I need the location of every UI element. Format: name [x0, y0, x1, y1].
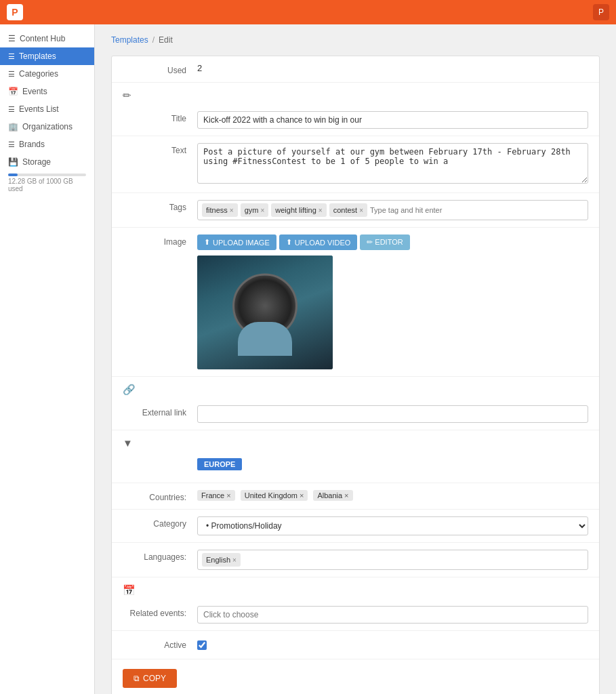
categories-icon: ☰ [8, 70, 15, 79]
form-container: Used 2 ✏ Title Text Post a picture [111, 56, 600, 694]
country-albania-remove[interactable]: × [344, 491, 348, 499]
title-input[interactable] [197, 111, 588, 129]
active-row: Active [112, 631, 599, 659]
used-value: 2 [197, 63, 588, 73]
countries-control: France × United Kingdom × Albania × [197, 490, 588, 501]
upload-video-button[interactable]: ⬆ UPLOAD VIDEO [279, 234, 358, 250]
text-input[interactable]: Post a picture of yourself at our gym be… [197, 143, 588, 184]
country-france-remove[interactable]: × [226, 491, 230, 499]
tag-contest: contest × [329, 203, 367, 217]
storage-icon: 💾 [8, 157, 18, 167]
filter-icon: ▼ [123, 437, 133, 449]
calendar-section-header: 📅 [112, 577, 599, 599]
country-uk: United Kingdom × [241, 490, 308, 501]
link-icon: 🔗 [123, 384, 136, 396]
active-checkbox[interactable] [197, 640, 207, 650]
languages-label: Languages: [123, 550, 197, 562]
category-select[interactable]: • Promotions/Holiday • Other [197, 516, 588, 535]
region-badge: EUROPE [197, 458, 242, 470]
storage-bar-background [8, 174, 86, 176]
text-row: Text Post a picture of yourself at our g… [112, 136, 599, 193]
languages-tags-container[interactable]: English × [197, 550, 588, 570]
tag-english: English × [202, 553, 241, 567]
link-section-header: 🔗 [112, 377, 599, 399]
tag-english-remove[interactable]: × [232, 556, 237, 564]
country-uk-remove[interactable]: × [300, 491, 304, 499]
sidebar-storage: 💾 Storage [0, 153, 94, 171]
used-row: Used 2 [112, 56, 599, 83]
active-control [197, 638, 588, 652]
title-control [197, 111, 588, 129]
calendar-icon: 📅 [123, 584, 136, 596]
tag-contest-remove[interactable]: × [359, 207, 363, 214]
sidebar-organizations[interactable]: 🏢 Organizations [0, 118, 94, 136]
sidebar: ☰ Content Hub ☰ Templates ☰ Categories 📅… [0, 24, 95, 694]
region-control: EUROPE [197, 458, 588, 476]
breadcrumb-separator: / [152, 35, 155, 45]
external-link-row: External link [112, 399, 599, 430]
external-link-label: External link [123, 405, 197, 417]
tag-gym: gym × [241, 203, 269, 217]
editor-button[interactable]: ✏ EDITOR [360, 234, 409, 250]
templates-icon: ☰ [8, 52, 15, 61]
tags-row: Tags fitness × gym × weight lifting [112, 193, 599, 228]
external-link-control [197, 405, 588, 423]
events-list-icon: ☰ [8, 105, 15, 114]
breadcrumb-current: Edit [159, 35, 173, 45]
pencil-icon: ✏ [123, 89, 131, 102]
storage-bar-fill [8, 174, 18, 176]
category-row: Category • Promotions/Holiday • Other [112, 510, 599, 543]
nav-icon-right[interactable]: P [593, 4, 609, 20]
layout: ☰ Content Hub ☰ Templates ☰ Categories 📅… [0, 24, 616, 694]
languages-control: English × [197, 550, 588, 570]
related-events-row: Related events: [112, 599, 599, 631]
storage-label: 12.28 GB of 1000 GB used [8, 178, 86, 192]
tag-weightlifting-remove[interactable]: × [319, 207, 323, 214]
title-row: Title [112, 104, 599, 136]
sidebar-item-events-list[interactable]: ☰ Events List [0, 100, 94, 118]
languages-row: Languages: English × [112, 543, 599, 577]
text-control: Post a picture of yourself at our gym be… [197, 143, 588, 186]
sidebar-item-brands[interactable]: ☰ Brands [0, 136, 94, 153]
tags-container[interactable]: fitness × gym × weight lifting × conte [197, 200, 588, 220]
active-label: Active [123, 638, 197, 650]
tag-weightlifting: weight lifting × [271, 203, 326, 217]
main-content: Templates / Edit Used 2 ✏ Title [95, 24, 616, 694]
edit-section-header: ✏ [112, 83, 599, 104]
region-label-empty [123, 458, 197, 461]
events-icon: 📅 [8, 87, 18, 96]
content-hub-icon: ☰ [8, 34, 16, 43]
breadcrumb: Templates / Edit [111, 35, 600, 45]
image-control: ⬆ UPLOAD IMAGE ⬆ UPLOAD VIDEO ✏ EDITOR [197, 234, 588, 369]
app-logo[interactable]: P [7, 4, 23, 20]
tag-fitness-remove[interactable]: × [230, 207, 234, 214]
tags-input[interactable] [370, 203, 583, 217]
countries-label: Countries: [123, 490, 197, 502]
sidebar-item-categories[interactable]: ☰ Categories [0, 65, 94, 83]
category-control: • Promotions/Holiday • Other [197, 516, 588, 535]
copy-button[interactable]: ⧉ COPY [123, 669, 177, 688]
top-nav: P P [0, 0, 616, 24]
countries-row: Countries: France × United Kingdom × Alb… [112, 483, 599, 510]
image-label: Image [123, 234, 197, 247]
category-label: Category [123, 516, 197, 529]
sidebar-item-templates[interactable]: ☰ Templates [0, 47, 94, 65]
tags-label: Tags [123, 200, 197, 212]
related-events-input[interactable] [197, 606, 588, 624]
upload-video-icon: ⬆ [286, 238, 292, 247]
org-icon: 🏢 [8, 122, 18, 131]
sidebar-events[interactable]: 📅 Events [0, 83, 94, 100]
editor-icon: ✏ [367, 238, 373, 246]
tag-gym-remove[interactable]: × [260, 207, 264, 214]
country-france: France × [197, 490, 235, 501]
text-label: Text [123, 143, 197, 155]
upload-image-button[interactable]: ⬆ UPLOAD IMAGE [197, 234, 276, 250]
sidebar-content-hub[interactable]: ☰ Content Hub [0, 30, 94, 47]
used-label: Used [123, 63, 197, 75]
countries-tags: France × United Kingdom × Albania × [197, 490, 588, 501]
filter-section-header: ▼ [112, 430, 599, 451]
brands-icon: ☰ [8, 140, 15, 149]
tag-fitness: fitness × [202, 203, 238, 217]
external-link-input[interactable] [197, 405, 588, 423]
breadcrumb-parent[interactable]: Templates [111, 35, 148, 45]
